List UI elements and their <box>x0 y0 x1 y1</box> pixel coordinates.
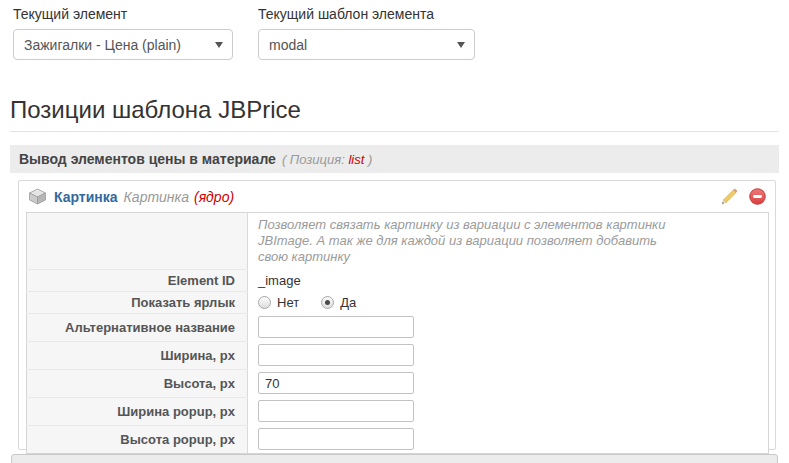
height-input[interactable] <box>258 372 414 394</box>
table-row-height: Высота, px <box>27 369 769 397</box>
next-element-panel-partial <box>11 454 778 463</box>
element-id-value: _image <box>248 269 769 291</box>
alt-name-label: Альтернативное название <box>27 313 248 341</box>
current-template-value: modal <box>269 37 307 53</box>
table-row-popup-width: Ширина popup, px <box>27 397 769 425</box>
height-label: Высота, px <box>27 369 248 397</box>
radio-label-yes: Да <box>340 295 356 310</box>
title-divider <box>10 131 779 132</box>
current-template-label: Текущий шаблон элемента <box>258 6 475 22</box>
current-template-select[interactable]: modal <box>258 29 475 60</box>
section-title: Вывод элементов цены в материале <box>19 151 276 167</box>
popup-height-label: Высота popup, px <box>27 425 248 453</box>
element-actions <box>721 188 766 205</box>
table-row-popup-height: Высота popup, px <box>27 425 769 453</box>
section-position-suffix: ) <box>368 152 372 167</box>
section-position-value: list <box>348 152 364 167</box>
table-row-description: Позволяет связать картинку из вариации с… <box>27 213 769 270</box>
show-label-radio-group: Нет Да <box>258 295 758 310</box>
element-panel-image: Картинка Картинка (ядро) <box>18 180 776 450</box>
description-label-cell <box>27 213 248 270</box>
table-row-width: Ширина, px <box>27 341 769 369</box>
section-position-prefix: ( Позиция: <box>282 152 345 167</box>
section-position: ( Позиция: list ) <box>282 152 372 167</box>
width-label: Ширина, px <box>27 341 248 369</box>
popup-width-label: Ширина popup, px <box>27 397 248 425</box>
remove-circle-icon[interactable] <box>749 188 766 205</box>
popup-width-input[interactable] <box>258 400 414 422</box>
package-icon <box>28 188 47 205</box>
show-label-label: Показать ярлык <box>27 291 248 313</box>
current-element-label: Текущий элемент <box>13 6 233 22</box>
element-id-label: Element ID <box>27 269 248 291</box>
current-element-group: Текущий элемент Зажигалки - Цена (plain) <box>13 6 233 60</box>
element-title-link[interactable]: Картинка <box>54 189 118 205</box>
page-title: Позиции шаблона JBPrice <box>10 96 301 124</box>
current-template-group: Текущий шаблон элемента modal <box>258 6 475 60</box>
radio-label-no: Нет <box>277 295 299 310</box>
caret-down-icon <box>215 42 223 48</box>
element-panel-header: Картинка Картинка (ядро) <box>19 181 775 212</box>
popup-height-input[interactable] <box>258 428 414 450</box>
element-subtitle: Картинка <box>124 189 189 205</box>
width-input[interactable] <box>258 344 414 366</box>
element-description: Позволяет связать картинку из вариации с… <box>258 213 682 269</box>
caret-down-icon <box>457 42 465 48</box>
alt-name-input[interactable] <box>258 316 414 338</box>
radio-option-no[interactable]: Нет <box>258 295 299 310</box>
pencil-icon[interactable] <box>721 188 738 205</box>
element-core-note: (ядро) <box>194 189 234 205</box>
radio-icon-no[interactable] <box>258 296 271 309</box>
table-row-element-id: Element ID _image <box>27 269 769 291</box>
current-element-value: Зажигалки - Цена (plain) <box>24 37 181 53</box>
section-header-list-position: Вывод элементов цены в материале ( Позиц… <box>10 145 779 173</box>
table-row-alt-name: Альтернативное название <box>27 313 769 341</box>
table-row-show-label: Показать ярлык Нет Да <box>27 291 769 313</box>
element-config-table: Позволяет связать картинку из вариации с… <box>26 212 769 454</box>
jbprice-positions-page: Текущий элемент Зажигалки - Цена (plain)… <box>0 0 789 463</box>
radio-icon-yes[interactable] <box>321 296 334 309</box>
current-element-select[interactable]: Зажигалки - Цена (plain) <box>13 29 233 60</box>
radio-option-yes[interactable]: Да <box>321 295 356 310</box>
